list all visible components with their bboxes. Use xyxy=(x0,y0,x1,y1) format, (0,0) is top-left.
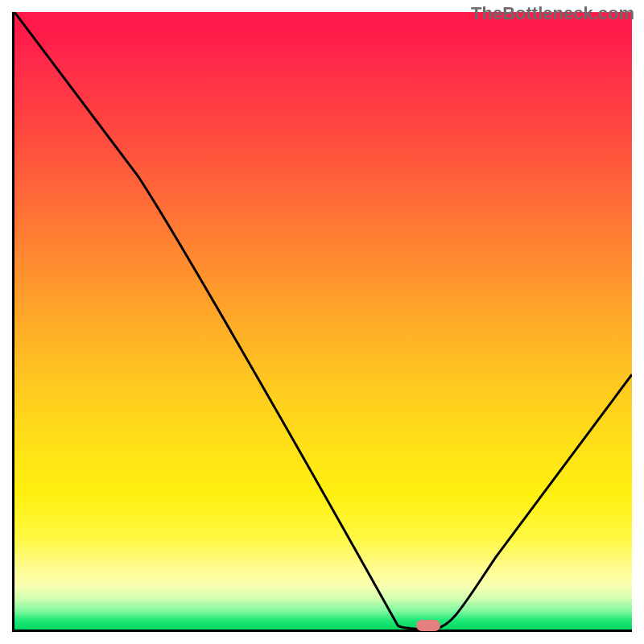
bottleneck-curve xyxy=(14,12,632,630)
optimal-marker xyxy=(416,620,440,631)
curve-path xyxy=(14,12,632,629)
attribution-text: TheBottleneck.com xyxy=(471,3,634,24)
plot-area xyxy=(12,12,632,632)
